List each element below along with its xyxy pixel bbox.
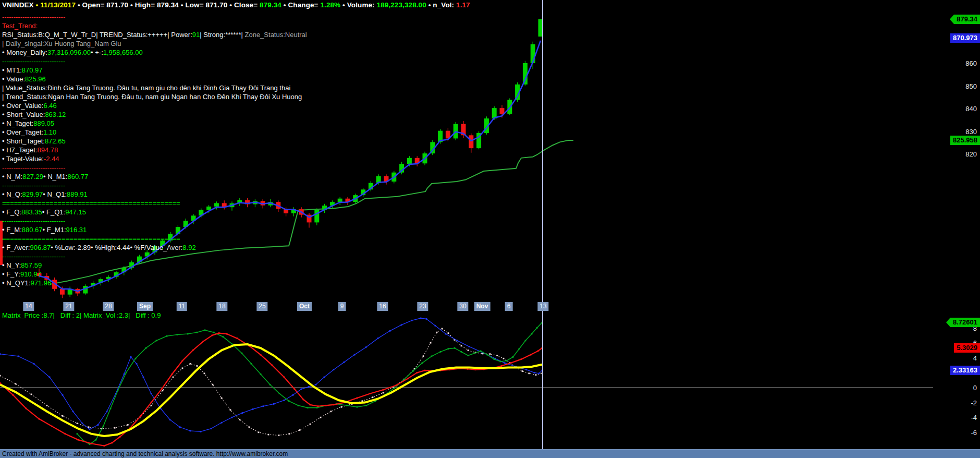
text-segment: | Trend_Status:Ngan Han Tang Truong. Đâu… [2, 93, 302, 101]
info-line: ---------------------------- [2, 216, 307, 225]
text-segment: • F_M: [2, 226, 22, 234]
info-line: • N_Taget:889.05 [2, 119, 307, 128]
text-segment: • N_Q: [2, 190, 22, 198]
value-tag: 2.33163 [950, 366, 980, 375]
text-segment: • N_Taget: [2, 119, 33, 127]
info-line: | Trend_Status:Ngan Han Tang Truong. Đâu… [2, 92, 307, 101]
value-tag: 5.3029 [954, 343, 980, 353]
text-segment: • [34, 1, 41, 9]
text-segment: 947.15 [65, 208, 86, 216]
value-tag: 870.973 [950, 33, 980, 43]
info-line: • Value:825.96 [2, 75, 307, 83]
matrix-white-line [0, 328, 543, 436]
candle-body [314, 210, 319, 222]
text-segment: • F_Q1: [42, 208, 65, 216]
text-segment: 1.28% [320, 1, 340, 9]
text-segment: ---------------------------- [2, 164, 65, 172]
tag-arrow-icon [950, 15, 954, 24]
info-line: | Daily_singal:Xu Huong Tang_Nam Giu [2, 39, 307, 48]
date-label: 16 [377, 302, 388, 311]
text-segment: 1.17 [456, 1, 470, 9]
info-line: • N_M:827.29• N_M1:860.77 [2, 172, 307, 181]
text-segment: 1,958,656.00 [103, 49, 143, 56]
text-segment: 906.87 [30, 244, 51, 251]
text-segment: 8.92 [182, 244, 195, 251]
info-line: • F_Aver:906.87• %Low:-2.89• %High:4.44•… [2, 243, 307, 252]
amibroker-window: VNINDEX • 11/13/2017 • Open= 871.70 • Hi… [0, 0, 980, 458]
candle-body [500, 108, 505, 114]
date-label: 30 [457, 302, 468, 311]
axis-tick: 850 [965, 82, 977, 90]
text-segment: ========================================… [2, 199, 180, 207]
date-label: 11 [177, 302, 187, 311]
value-tag: 8.72601 [950, 318, 980, 327]
info-line: ========================================… [2, 234, 307, 243]
info-line: Test_Trend: [2, 21, 307, 30]
status-bar: Created with AmiBroker - advanced charti… [0, 449, 980, 458]
info-line: • N_Y:857.59 [2, 261, 307, 270]
info-line: • N_Q:829.97• N_Q1:889.91 [2, 190, 307, 199]
text-segment: 827.29 [22, 173, 43, 180]
info-line: • N_QY1:971.96 [2, 279, 307, 287]
text-segment: ---------------------------- [2, 217, 65, 225]
text-segment: • Open= 871.70 • High= 879.34 • Low= 871… [76, 1, 260, 9]
text-segment: • n_Vol: [426, 1, 456, 9]
text-segment: 910.97 [20, 270, 41, 278]
info-line: ---------------------------- [2, 163, 307, 172]
text-segment: 6.46 [43, 102, 56, 110]
info-line: • F_M:880.67• F_M1:916.31 [2, 225, 307, 234]
text-segment: • %Low:-2.89• %High:4.44• %F/Value_Aver: [51, 244, 182, 251]
text-segment: • F_Y: [2, 270, 20, 278]
text-segment: 857.59 [21, 261, 42, 269]
date-label: 6 [505, 302, 513, 311]
info-line: ---------------------------- [2, 57, 307, 66]
date-label: 13 [537, 302, 548, 311]
text-segment: • Over_Taget: [2, 128, 43, 136]
date-label: 28 [103, 302, 114, 311]
info-line: ---------------------------- [2, 252, 307, 261]
text-segment: 894.78 [37, 146, 58, 154]
text-segment: Test_Trend: [2, 22, 38, 30]
date-label: 23 [417, 302, 428, 311]
axis-tick: -6 [971, 428, 977, 436]
date-label: 18 [216, 302, 227, 311]
text-segment: 37,316,096.00 [47, 49, 91, 56]
text-segment: 870.97 [22, 66, 43, 74]
info-line: • H7_Taget:894.78 [2, 146, 307, 154]
info-line: RSI_Status:B:Q_M_T_W_Tr_D| TREND_Status:… [2, 30, 307, 39]
axis-tick: 0 [973, 384, 977, 392]
text-segment: 971.96 [30, 279, 51, 287]
text-segment: 860.77 [67, 173, 88, 180]
text-segment: • F_M1: [43, 226, 66, 234]
text-segment: | Value_Status:Đinh Gia Tang Truong. Đâu… [2, 84, 290, 92]
date-label: 14 [23, 302, 34, 311]
axis-tick: 830 [965, 127, 977, 135]
text-segment: • F_Q: [2, 208, 21, 216]
info-line: • Short_Value:863.12 [2, 110, 307, 119]
candle-body [407, 158, 412, 164]
candle-body [60, 289, 65, 295]
axis-tick: 860 [965, 59, 977, 67]
text-segment: Matrix_Price :8.7| Diff : 2| Matrix_Vol … [2, 311, 161, 319]
text-segment: 829.97 [22, 190, 43, 198]
date-label: 9 [338, 302, 346, 311]
info-line: | Value_Status:Đinh Gia Tang Truong. Đâu… [2, 83, 307, 92]
text-segment: • N_Y: [2, 261, 21, 269]
text-segment: 863.12 [45, 111, 66, 118]
candle-body [338, 199, 342, 202]
value-tag: 825.958 [950, 136, 980, 145]
candle-body [469, 135, 473, 148]
text-segment: • F_Aver: [2, 244, 30, 251]
text-segment: 883.35 [21, 208, 42, 216]
info-line: ---------------------------- [2, 181, 307, 190]
info-line: ---------------------------- [2, 13, 307, 21]
info-line: • Short_Taget:872.65 [2, 137, 307, 146]
text-segment: • Over_Value: [2, 102, 43, 110]
axis-tick: -2 [971, 399, 977, 406]
candle-body [523, 63, 528, 85]
tag-arrow-icon [946, 318, 950, 327]
text-segment: • H7_Taget: [2, 146, 37, 154]
value-tag: 879.34 [954, 15, 980, 24]
info-line: • Money_Daily:37,316,096.00• +-:1,958,65… [2, 48, 307, 57]
text-segment: • Value: [2, 75, 25, 83]
